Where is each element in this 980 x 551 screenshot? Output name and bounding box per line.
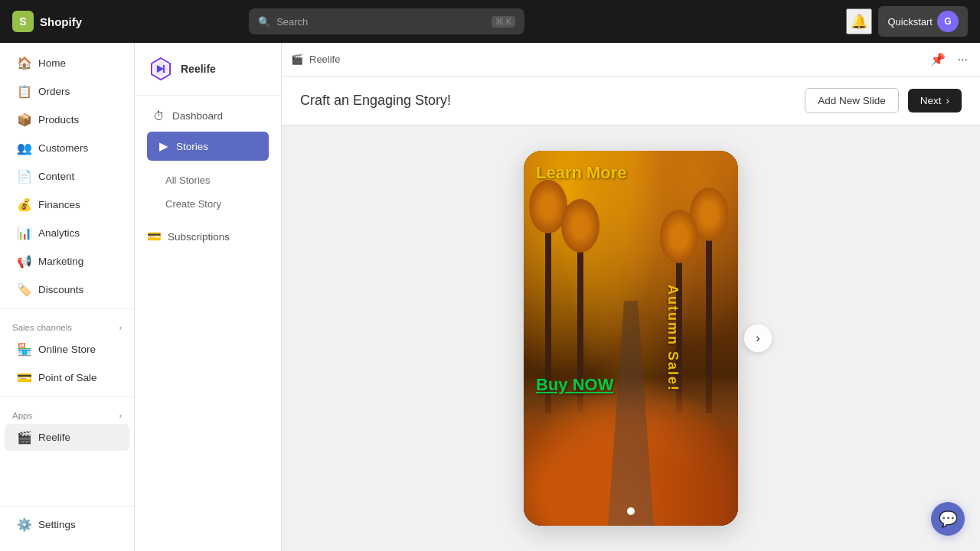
quickstart-button[interactable]: Quickstart G [878,6,968,37]
story-container: Learn More Buy NOW Autumn Sale! › [524,151,738,526]
sidebar-bottom-divider [0,506,134,507]
story-text-learn-more: Learn More [536,163,627,183]
story-text-buy-now: Buy NOW [536,375,613,395]
dashboard-icon: ⏱ [153,109,165,122]
story-next-arrow[interactable]: › [744,324,772,352]
plugin-sub-all-stories[interactable]: All Stories [135,168,281,192]
pin-button[interactable]: 📌 [927,49,949,70]
sidebar-item-content[interactable]: 📄 Content [5,163,129,190]
discounts-icon: 🏷️ [17,282,32,297]
main-layout: 🏠 Home 📋 Orders 📦 Products 👥 Customers 📄… [0,43,980,551]
story-dot-indicator [627,507,635,515]
plugin-topbar: Craft an Engaging Story! Add New Slide N… [282,77,980,126]
story-text-vertical: Autumn Sale! [664,285,680,392]
sidebar-item-label: Discounts [38,284,83,295]
sidebar-item-label: Customers [38,142,88,154]
sidebar-item-products[interactable]: 📦 Products [5,106,129,133]
content-area: 🎬 Reelife 📌 ··· Craft an Engaging Story!… [282,43,980,551]
apps-section: Apps › [0,402,134,423]
sidebar-item-finances[interactable]: 💰 Finances [5,191,129,218]
sidebar-item-customers[interactable]: 👥 Customers [5,135,129,161]
sidebar-item-point-of-sale[interactable]: 💳 Point of Sale [5,364,129,391]
sidebar-bottom: ⚙️ Settings [0,501,134,545]
plugin-nav-dashboard[interactable]: ⏱ Dashboard [141,102,275,130]
topbar-actions: Add New Slide Next › [805,88,962,113]
search-placeholder-text: Search [276,16,308,28]
next-label: Next [920,95,942,106]
sidebar-item-label: Reelife [38,432,70,443]
sidebar-item-home[interactable]: 🏠 Home [5,50,129,77]
sidebar-item-orders[interactable]: 📋 Orders [5,78,129,105]
more-options-button[interactable]: ··· [955,49,971,70]
breadcrumb-app-name: Reelife [309,54,340,65]
quickstart-label: Quickstart [887,16,933,28]
plugin-header: Reelife [135,43,281,96]
breadcrumb-icon: 🎬 [291,54,303,65]
add-new-slide-button[interactable]: Add New Slide [805,88,899,113]
sales-channels-section: Sales channels › [0,314,134,335]
shopify-wordmark: Shopify [40,15,82,28]
sidebar-item-label: Settings [38,519,76,530]
sidebar-divider-2 [0,396,134,397]
notifications-button[interactable]: 🔔 [846,8,872,34]
sidebar-item-label: Home [38,57,66,69]
create-story-label: Create Story [165,198,221,210]
plugin-subscriptions[interactable]: 💳 Subscriptions [135,222,281,251]
reelife-icon: 🎬 [17,430,32,445]
content-icon: 📄 [17,169,32,184]
chevron-right-icon-2: › [119,412,122,420]
sidebar-item-label: Products [38,114,79,126]
home-icon: 🏠 [17,56,32,70]
plugin-sub-create-story[interactable]: Create Story [135,192,281,216]
plugin-name: Reelife [181,63,216,75]
finances-icon: 💰 [17,197,32,212]
shopify-logo: S Shopify [12,11,82,32]
plugin-nav-stories[interactable]: ▶ Stories [147,132,269,161]
online-store-icon: 🏪 [17,342,32,357]
chevron-right-icon: › [119,324,122,332]
topbar-right: 🔔 Quickstart G [846,6,968,37]
user-avatar: G [937,11,959,32]
customers-icon: 👥 [17,141,32,155]
search-bar[interactable]: 🔍 Search ⌘ K [249,8,524,34]
subscriptions-icon: 💳 [147,230,162,243]
topbar: S Shopify 🔍 Search ⌘ K 🔔 Quickstart G [0,0,980,43]
sidebar-item-label: Point of Sale [38,372,97,383]
reelife-logo [147,55,175,83]
sidebar-divider [0,308,134,309]
sidebar-item-label: Marketing [38,256,83,267]
stories-icon: ▶ [159,139,168,153]
all-stories-label: All Stories [165,174,211,186]
content-breadcrumb-bar: 🎬 Reelife 📌 ··· [282,43,980,77]
sidebar-item-label: Orders [38,86,70,97]
sidebar-item-settings[interactable]: ⚙️ Settings [5,511,129,538]
marketing-icon: 📢 [17,254,32,269]
sidebar-item-label: Analytics [38,227,80,239]
plugin-nav-label: Dashboard [172,110,223,122]
left-sidebar: 🏠 Home 📋 Orders 📦 Products 👥 Customers 📄… [0,43,135,551]
orders-icon: 📋 [17,84,32,99]
story-background: Learn More Buy NOW Autumn Sale! [524,151,738,526]
sidebar-item-online-store[interactable]: 🏪 Online Store [5,336,129,363]
sidebar-item-analytics[interactable]: 📊 Analytics [5,220,129,246]
sidebar-item-reelife[interactable]: 🎬 Reelife [5,424,129,451]
chevron-right-icon: › [946,95,950,106]
search-shortcut: ⌘ K [492,16,515,28]
story-preview-area: Learn More Buy NOW Autumn Sale! › [282,126,980,551]
chat-icon: 💬 [939,510,958,528]
sidebar-item-label: Finances [38,199,80,210]
analytics-icon: 📊 [17,226,32,240]
sidebar-item-discounts[interactable]: 🏷️ Discounts [5,276,129,303]
plugin-sidebar: Reelife ⏱ Dashboard ▶ Stories All Storie… [135,43,282,551]
chat-bubble-button[interactable]: 💬 [931,502,965,536]
search-icon: 🔍 [258,16,270,28]
sidebar-item-label: Online Store [38,344,96,355]
next-button[interactable]: Next › [908,89,962,112]
plugin-nav-label: Stories [176,141,208,152]
subscriptions-label: Subscriptions [168,231,230,243]
story-phone-frame: Learn More Buy NOW Autumn Sale! [524,151,738,526]
sidebar-item-marketing[interactable]: 📢 Marketing [5,248,129,275]
page-title: Craft an Engaging Story! [300,93,451,109]
settings-icon: ⚙️ [17,517,32,532]
pos-icon: 💳 [17,370,32,385]
